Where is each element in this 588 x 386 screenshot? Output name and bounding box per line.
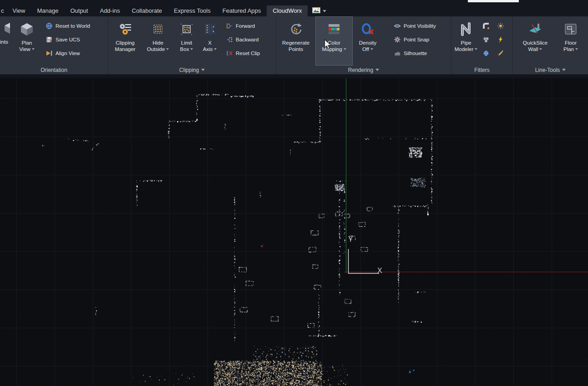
limit-box-button[interactable]: Limit Box	[174, 16, 199, 66]
dropdown-caret-icon	[32, 48, 35, 50]
fitter-pencil-button[interactable]	[497, 50, 508, 57]
panel-label-clipping[interactable]: Clipping	[108, 66, 276, 74]
backward-button[interactable]: Backward	[226, 36, 260, 43]
ribbon-group-rendering: Regenerate Points Color Mapping Density …	[276, 16, 451, 74]
chevron-down-icon	[323, 10, 326, 12]
dropdown-caret-icon	[166, 48, 169, 50]
ribbon-group-clipping: Clipping Manager Hide Outside Limit Box	[108, 16, 276, 74]
point-visibility-button[interactable]: Point Visibility	[394, 22, 436, 30]
dropdown-caret-icon	[370, 48, 373, 50]
clipping-manager-button[interactable]: Clipping Manager	[108, 16, 142, 66]
ribbon-group-line-tools: QuickSlice Wall Floor Plan Line-Tools	[513, 16, 588, 74]
save-ucs-icon	[46, 36, 53, 43]
fitter-globe-button[interactable]	[482, 50, 494, 57]
floor-plan-icon	[564, 21, 578, 37]
color-mapping-icon	[327, 21, 341, 37]
fitter-flash-button[interactable]	[497, 36, 508, 43]
tab-output[interactable]: Output	[64, 5, 94, 16]
align-view-icon	[46, 50, 53, 57]
pipe-modeler-button[interactable]: Pipe Modeler	[451, 16, 481, 66]
silhouette-button[interactable]: Silhouette	[394, 50, 436, 57]
reset-clip-button[interactable]: Reset Clip	[226, 50, 260, 57]
point-snap-button[interactable]: Point Snap	[394, 36, 436, 43]
image-icon	[312, 7, 320, 15]
plan-view-icon	[20, 21, 34, 37]
ucs-y-axis-label: Y	[348, 236, 353, 243]
limit-box-icon	[180, 21, 193, 37]
pipe-modeler-icon	[459, 21, 473, 37]
tab-express-tools[interactable]: Express Tools	[168, 5, 217, 16]
dropdown-caret-icon	[344, 48, 346, 50]
point-cloud-canvas[interactable]	[0, 78, 588, 386]
partial-points-button[interactable]: ints	[0, 16, 12, 66]
clipping-manager-icon	[118, 21, 132, 37]
fitter-elbow-icon	[482, 22, 490, 30]
panel-caret-icon	[375, 69, 379, 71]
forward-icon	[226, 22, 233, 30]
quickslice-wall-button[interactable]: QuickSlice Wall	[516, 16, 555, 66]
cloudworx-ribbon: ints Plan View Reset to World Save UCS	[0, 16, 588, 75]
plan-view-button[interactable]: Plan View	[12, 16, 42, 66]
dropdown-caret-icon	[575, 48, 578, 50]
backward-icon	[226, 36, 233, 43]
dropdown-caret-icon	[475, 48, 477, 50]
panel-label-line-tools[interactable]: Line-Tools	[513, 66, 588, 74]
panel-label-fitters[interactable]: Fitters	[451, 66, 512, 74]
fitter-sun-icon	[497, 22, 504, 30]
ribbon-gap	[0, 75, 588, 78]
color-mapping-button[interactable]: Color Mapping	[315, 16, 353, 66]
save-ucs-button[interactable]: Save UCS	[46, 36, 90, 43]
tab-partial[interactable]: c	[0, 5, 7, 16]
ribbon-display-options-button[interactable]	[308, 5, 331, 16]
point-snap-icon	[394, 36, 401, 43]
panel-caret-icon	[201, 69, 205, 71]
point-visibility-icon	[394, 22, 401, 30]
fitter-spheres-icon	[482, 36, 490, 43]
fitter-elbow-button[interactable]	[482, 22, 494, 30]
density-off-icon	[361, 21, 375, 37]
reset-clip-icon	[226, 50, 233, 57]
hide-outside-icon	[151, 21, 165, 37]
tab-view[interactable]: View	[7, 5, 31, 16]
regenerate-points-button[interactable]: Regenerate Points	[276, 16, 315, 66]
ucs-x-axis-label: X	[377, 267, 382, 274]
x-axis-button[interactable]: X Axis	[199, 16, 220, 66]
panel-caret-icon	[562, 69, 566, 71]
regenerate-points-icon	[289, 21, 303, 37]
titlebar	[0, 0, 588, 5]
align-view-button[interactable]: Align View	[46, 50, 90, 57]
panel-label-orientation[interactable]: Orientation	[0, 66, 108, 74]
forward-button[interactable]: Forward	[226, 22, 260, 30]
silhouette-icon	[394, 50, 401, 57]
points-partial-icon	[0, 21, 12, 36]
dropdown-caret-icon	[539, 48, 542, 50]
ribbon-tab-bar: c View Manage Output Add-ins Collaborate…	[0, 5, 588, 16]
ribbon-group-orientation: ints Plan View Reset to World Save UCS	[0, 16, 108, 74]
tab-add-ins[interactable]: Add-ins	[94, 5, 126, 16]
hide-outside-button[interactable]: Hide Outside	[142, 16, 174, 66]
floor-plan-button[interactable]: Floor Plan	[555, 16, 587, 66]
ribbon-group-fitters: Pipe Modeler Fitters	[451, 16, 512, 74]
drawing-viewport[interactable]: Y X	[0, 78, 588, 386]
tab-collaborate[interactable]: Collaborate	[126, 5, 168, 16]
dropdown-caret-icon	[214, 48, 217, 50]
tab-featured-apps[interactable]: Featured Apps	[217, 5, 267, 16]
titlebar-fragment	[468, 0, 519, 2]
quickslice-wall-icon	[528, 21, 542, 37]
fitter-sun-button[interactable]	[497, 22, 508, 30]
reset-to-world-icon	[46, 22, 53, 30]
tab-manage[interactable]: Manage	[31, 5, 64, 16]
panel-label-rendering[interactable]: Rendering	[276, 66, 451, 74]
dropdown-caret-icon	[190, 48, 193, 50]
tab-cloudworx[interactable]: CloudWorx	[267, 5, 308, 16]
reset-to-world-button[interactable]: Reset to World	[46, 22, 90, 30]
x-axis-icon	[203, 21, 217, 37]
fitter-globe-icon	[482, 50, 490, 57]
fitter-pencil-icon	[497, 50, 504, 57]
fitter-flash-icon	[497, 36, 504, 43]
fitter-spheres-button[interactable]	[482, 36, 494, 43]
density-off-button[interactable]: Density Off	[353, 16, 383, 66]
